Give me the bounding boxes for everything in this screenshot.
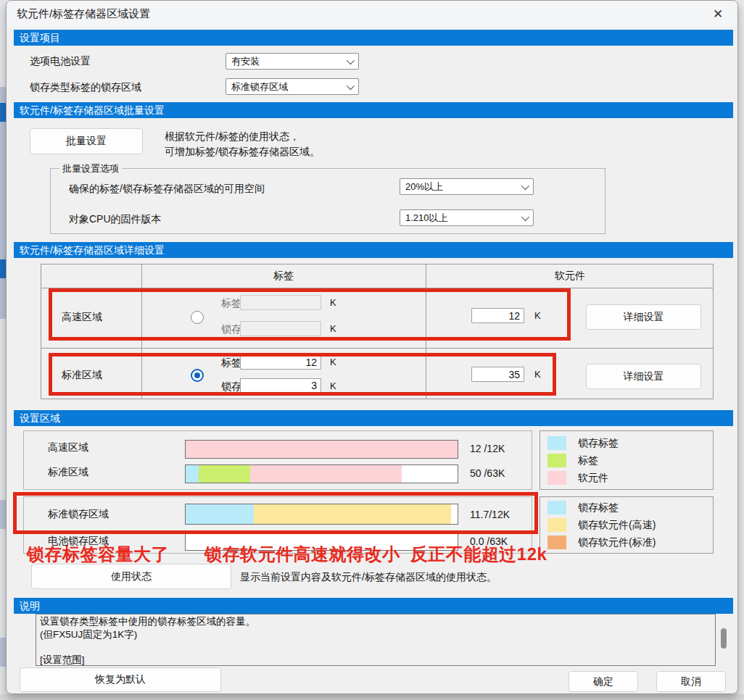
- chevron-down-icon: [347, 56, 355, 64]
- bar-segment: [199, 465, 250, 483]
- free-space-value: 20%以上: [405, 180, 443, 193]
- row-standard-tag-input[interactable]: [240, 354, 321, 370]
- description-line: [设置范围]: [40, 654, 711, 667]
- usage-highspeed-value: 12 /12K: [470, 443, 505, 454]
- unit-k: K: [330, 297, 336, 308]
- legend-label: 软元件: [578, 472, 608, 485]
- description-line: 设置锁存类型标签中使用的锁存标签区域的容量。: [40, 615, 711, 628]
- usage-standard-value: 50 /63K: [470, 467, 505, 479]
- bar-segment: [186, 465, 199, 483]
- background-desktop-strip: [0, 694, 744, 700]
- background-window-edge: [0, 0, 6, 700]
- firmware-select[interactable]: 1.210以上: [400, 209, 534, 226]
- legend-label: 锁存标签: [578, 501, 619, 514]
- screen: 软元件/标签存储器区域设置 ✕ 设置项目 选项电池设置 有安装 锁存类型标签的锁…: [0, 0, 744, 700]
- legend-swatch: [547, 501, 566, 514]
- row-standard-latch-input[interactable]: [240, 378, 321, 393]
- batch-desc-line2: 可增加标签/锁存标签存储器区域。: [165, 146, 320, 159]
- row-highspeed-tag-input: [240, 295, 321, 310]
- firmware-value: 1.210以上: [405, 212, 448, 225]
- bar-segment: [254, 504, 451, 524]
- section-header-batch: 软元件/标签存储器区域批量设置: [14, 102, 733, 118]
- column-header-label: 标签: [141, 264, 426, 288]
- section-header-description: 说明: [14, 598, 733, 614]
- legend-swatch: [547, 436, 566, 450]
- latch-area-select[interactable]: 标准锁存区域: [226, 78, 359, 95]
- latch-area-value: 标准锁存区域: [231, 80, 288, 93]
- usage-highspeed-label: 高速区域: [48, 441, 88, 454]
- description-scrollbar[interactable]: [721, 628, 727, 649]
- section-header-detail: 软元件/标签存储器区域详细设置: [14, 242, 733, 258]
- usage-batterylatch-bar: [185, 533, 458, 551]
- row-highspeed-device-input[interactable]: [471, 308, 524, 323]
- unit-k: K: [534, 310, 541, 321]
- unit-k: K: [534, 369, 541, 380]
- batch-desc-line1: 根据软元件/标签的使用状态，: [165, 130, 299, 143]
- firmware-label: 对象CPU的固件版本: [69, 213, 162, 226]
- legend-box-2: 锁存标签 锁存软元件(高速) 锁存软元件(标准): [540, 496, 714, 554]
- battery-option-select[interactable]: 有安装: [226, 53, 359, 70]
- unit-k: K: [330, 357, 336, 367]
- free-space-select[interactable]: 20%以上: [400, 178, 534, 195]
- usage-stdlatch-bar: [185, 504, 458, 525]
- usage-standard-bar: [185, 464, 458, 483]
- legend-box-1: 锁存标签 标签 软元件: [540, 430, 714, 490]
- section-header-setting-area: 设置区域: [14, 410, 733, 426]
- close-icon[interactable]: ✕: [707, 4, 729, 23]
- chevron-down-icon: [347, 81, 355, 89]
- legend-label: 锁存软元件(标准): [578, 536, 656, 549]
- legend-swatch: [547, 518, 566, 532]
- row-highspeed-tag-label: 标签: [221, 297, 241, 310]
- free-space-label: 确保的标签/锁存标签存储器区域的可用空间: [69, 183, 265, 196]
- unit-k: K: [330, 380, 336, 391]
- legend-swatch: [547, 471, 566, 485]
- row-standard-tag-label: 标签: [221, 357, 241, 370]
- description-line: (但FX5UJ固定为1K字): [40, 628, 711, 641]
- usage-standard-label: 标准区域: [48, 466, 88, 479]
- device-label-memory-dialog: 软元件/标签存储器区域设置 ✕ 设置项目 选项电池设置 有安装 锁存类型标签的锁…: [6, 0, 738, 694]
- latch-area-label: 锁存类型标签的锁存区域: [30, 81, 141, 94]
- column-header-device: 软元件: [426, 264, 714, 288]
- row-standard-latch-label: 锁存: [221, 380, 241, 393]
- bar-segment: [186, 441, 458, 458]
- restore-default-button[interactable]: 恢复为默认: [20, 667, 221, 692]
- usage-status-button[interactable]: 使用状态: [31, 564, 231, 589]
- row-standard-radio[interactable]: [191, 369, 204, 382]
- legend-label: 锁存标签: [578, 437, 619, 450]
- bar-segment: [250, 465, 402, 483]
- usage-batterylatch-label: 电池锁存区域: [48, 535, 109, 548]
- chevron-down-icon: [521, 212, 529, 220]
- batch-options-title: 批量设置选项: [59, 162, 122, 175]
- battery-option-label: 选项电池设置: [30, 55, 91, 68]
- battery-option-value: 有安装: [231, 55, 260, 68]
- chevron-down-icon: [521, 181, 529, 189]
- dialog-title: 软元件/标签存储器区域设置: [17, 7, 150, 21]
- usage-highspeed-bar: [185, 440, 458, 459]
- usage-status-desc: 显示当前设置内容及软元件/标签存储器区域的使用状态。: [240, 571, 497, 584]
- row-highspeed-latch-input: [240, 321, 321, 336]
- row-highspeed-name: 高速区域: [62, 311, 102, 324]
- unit-k: K: [330, 323, 336, 334]
- row-highspeed-radio[interactable]: [191, 311, 204, 324]
- row-highspeed-detail-button[interactable]: 详细设置: [586, 304, 701, 330]
- section-header-setting-items: 设置项目: [14, 30, 733, 46]
- legend-label: 锁存软元件(高速): [578, 519, 656, 532]
- usage-stdlatch-value: 11.7/12K: [470, 509, 510, 520]
- ok-button[interactable]: 确定: [569, 671, 638, 692]
- legend-swatch: [547, 454, 566, 467]
- detail-table: 标签 软元件 高速区域 标签 K 锁存 K K 详细设置 标准区域 标签 K 锁…: [41, 264, 714, 399]
- description-text: 设置锁存类型标签中使用的锁存标签区域的容量。 (但FX5UJ固定为1K字) [设…: [36, 614, 716, 666]
- description-line: [40, 641, 711, 654]
- row-standard-name: 标准区域: [62, 369, 102, 382]
- cancel-button[interactable]: 取消: [656, 671, 726, 692]
- usage-batterylatch-value: 0.0 /63K: [470, 536, 508, 547]
- row-highspeed-latch-label: 锁存: [221, 323, 241, 336]
- legend-label: 标签: [578, 454, 598, 467]
- legend-swatch: [547, 536, 566, 549]
- row-standard-device-input[interactable]: [471, 367, 524, 382]
- batch-setting-button[interactable]: 批量设置: [30, 128, 143, 154]
- row-standard-detail-button[interactable]: 详细设置: [586, 364, 701, 389]
- bar-segment: [186, 504, 254, 524]
- usage-stdlatch-label: 标准锁存区域: [48, 508, 109, 521]
